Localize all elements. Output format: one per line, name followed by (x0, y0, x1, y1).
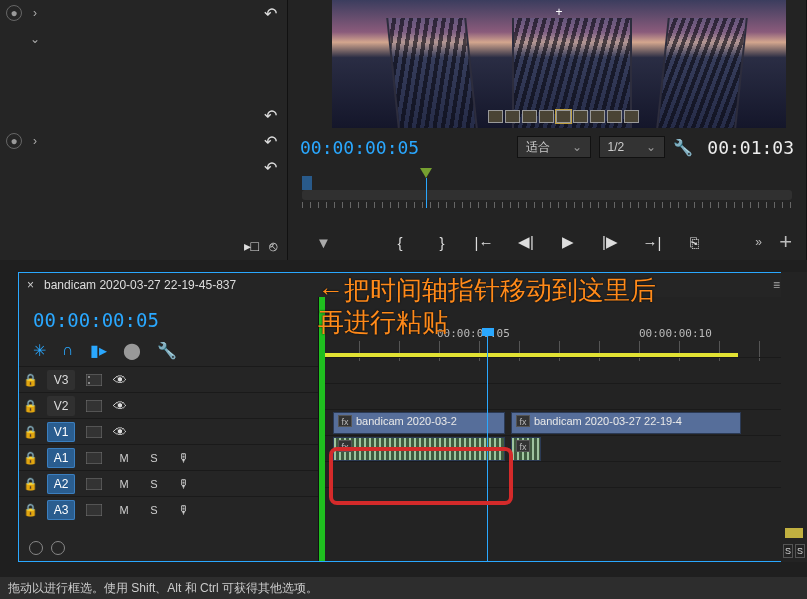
solo-toggle[interactable]: S (143, 449, 165, 467)
go-to-in-button[interactable]: |← (473, 234, 495, 251)
track-header-v3[interactable]: 🔒 V3 👁 (19, 366, 318, 392)
video-clip[interactable]: fxbandicam 2020-03-2 (333, 412, 505, 434)
toggle-output-icon[interactable] (83, 374, 105, 386)
panel-menu-icon[interactable]: ≡ (773, 278, 780, 292)
more-button[interactable]: » (755, 235, 762, 249)
svg-rect-1 (88, 376, 90, 378)
toggle-output-icon[interactable] (83, 426, 105, 438)
step-forward-button[interactable]: |▶ (599, 233, 621, 251)
track-label[interactable]: A2 (47, 474, 75, 494)
timecode-current[interactable]: 00:00:00:05 (300, 137, 419, 158)
toggle-output-icon[interactable] (83, 452, 105, 464)
solo-toggle[interactable]: S (143, 501, 165, 519)
track-v3[interactable] (319, 357, 788, 383)
step-back-button[interactable]: ◀| (515, 233, 537, 251)
monitor-scrubber[interactable] (302, 168, 792, 208)
reset-icon[interactable]: ↶ (259, 132, 281, 150)
track-v1[interactable]: fxbandicam 2020-03-2 fxbandicam 2020-03-… (319, 409, 788, 435)
toggle-output-icon[interactable] (83, 504, 105, 516)
play-button[interactable]: ▶ (557, 233, 579, 251)
playhead[interactable] (426, 178, 427, 208)
track-header-v1[interactable]: 🔒 V1 👁 (19, 418, 318, 444)
fx-badge[interactable]: fx (516, 415, 530, 427)
track-a1[interactable]: fx fx (319, 435, 788, 461)
fit-dropdown[interactable]: 适合⌄ (517, 136, 591, 158)
add-marker-button[interactable]: ▼ (316, 234, 331, 251)
zoom-dropdown[interactable]: 1/2⌄ (599, 136, 666, 158)
export-icon[interactable]: ⎋ (269, 238, 277, 254)
track-a3[interactable] (319, 487, 788, 513)
snap-icon[interactable]: ✳ (33, 341, 46, 360)
chevron-down-icon: ⌄ (572, 140, 582, 154)
reset-icon[interactable]: ↶ (259, 158, 281, 176)
zoom-in-icon[interactable] (51, 541, 65, 555)
track-header-a1[interactable]: 🔒 A1 M S 🎙 (19, 444, 318, 470)
chevron-down-icon[interactable]: ⌄ (28, 32, 42, 46)
visibility-toggle[interactable]: ● (6, 5, 22, 21)
mute-toggle[interactable]: M (113, 501, 135, 519)
audio-clip[interactable]: fx (333, 437, 505, 461)
fx-badge[interactable]: fx (338, 415, 352, 427)
close-icon[interactable]: × (27, 278, 34, 292)
solo-left[interactable]: S (783, 544, 793, 558)
mark-in-button[interactable]: { (389, 234, 411, 251)
timeline-timecode[interactable]: 00:00:00:05 (19, 297, 318, 331)
wrench-icon[interactable]: 🔧 (157, 341, 177, 360)
lift-button[interactable]: ⎘ (683, 234, 705, 251)
voiceover-icon[interactable]: 🎙 (173, 475, 195, 493)
lock-icon[interactable]: 🔒 (21, 477, 39, 491)
zoom-out-icon[interactable] (29, 541, 43, 555)
voiceover-icon[interactable]: 🎙 (173, 501, 195, 519)
marker-icon[interactable] (420, 168, 432, 178)
reset-icon[interactable]: ↶ (259, 4, 281, 22)
toggle-output-icon[interactable] (83, 478, 105, 490)
in-point-marker[interactable] (302, 176, 312, 190)
track-label[interactable]: V2 (47, 396, 75, 416)
sequence-title[interactable]: bandicam 2020-03-27 22-19-45-837 (44, 278, 236, 292)
track-label[interactable]: A3 (47, 500, 75, 520)
mark-out-button[interactable]: } (431, 234, 453, 251)
eye-icon[interactable]: 👁 (113, 398, 135, 414)
video-viewport[interactable]: + (332, 0, 786, 128)
visibility-toggle[interactable]: ● (6, 133, 22, 149)
track-label[interactable]: V3 (47, 370, 75, 390)
mute-toggle[interactable]: M (113, 475, 135, 493)
go-to-out-button[interactable]: →| (641, 234, 663, 251)
lock-icon[interactable]: 🔒 (21, 425, 39, 439)
add-button[interactable]: + (779, 229, 792, 255)
track-v2[interactable] (319, 383, 788, 409)
marker-settings-icon[interactable]: ⬤ (123, 341, 141, 360)
svg-rect-5 (86, 452, 102, 464)
zoom-controls[interactable] (29, 541, 65, 555)
solo-toggle[interactable]: S (143, 475, 165, 493)
lock-icon[interactable]: 🔒 (21, 373, 39, 387)
track-header-a2[interactable]: 🔒 A2 M S 🎙 (19, 470, 318, 496)
track-header-a3[interactable]: 🔒 A3 M S 🎙 (19, 496, 318, 522)
magnet-icon[interactable]: ∩ (62, 341, 74, 360)
eye-icon[interactable]: 👁 (113, 424, 135, 440)
audio-clip[interactable]: fx (511, 437, 541, 461)
track-label[interactable]: A1 (47, 448, 75, 468)
chevron-right-icon[interactable]: › (28, 6, 42, 20)
eye-icon[interactable]: 👁 (113, 372, 135, 388)
lock-icon[interactable]: 🔒 (21, 451, 39, 465)
toggle-output-icon[interactable] (83, 400, 105, 412)
play-stop-icon[interactable]: ▸□ (244, 238, 259, 254)
video-clip[interactable]: fxbandicam 2020-03-27 22-19-4 (511, 412, 741, 434)
lock-icon[interactable]: 🔒 (21, 399, 39, 413)
chevron-right-icon[interactable]: › (28, 134, 42, 148)
wrench-icon[interactable]: 🔧 (673, 138, 693, 157)
linked-selection-icon[interactable]: ▮▸ (90, 341, 107, 360)
track-label[interactable]: V1 (47, 422, 75, 442)
fx-badge[interactable]: fx (338, 440, 352, 452)
track-header-v2[interactable]: 🔒 V2 👁 (19, 392, 318, 418)
mute-toggle[interactable]: M (113, 449, 135, 467)
timeline-playhead[interactable] (487, 332, 488, 561)
voiceover-icon[interactable]: 🎙 (173, 449, 195, 467)
lock-icon[interactable]: 🔒 (21, 503, 39, 517)
effects-panel: ●›↶ ⌄ ↶ ●›↶ ↶ ▸□ ⎋ (0, 0, 288, 260)
track-a2[interactable] (319, 461, 788, 487)
reset-icon[interactable]: ↶ (259, 106, 281, 124)
solo-right[interactable]: S (795, 544, 805, 558)
fx-badge[interactable]: fx (516, 440, 530, 452)
